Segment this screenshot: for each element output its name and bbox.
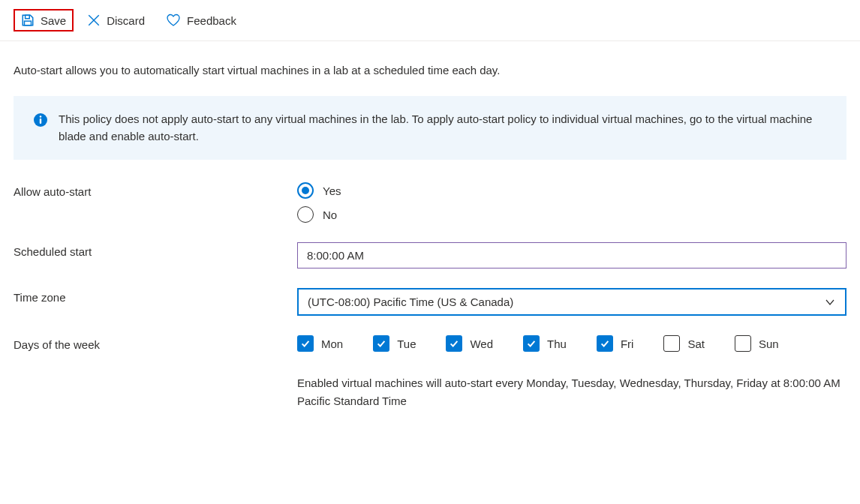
day-checkbox-sun[interactable]: Sun [735, 335, 779, 352]
day-checkbox-sat[interactable]: Sat [663, 335, 705, 352]
checkbox-unchecked-icon [735, 335, 751, 352]
info-icon [33, 112, 48, 128]
day-label: Fri [621, 338, 634, 350]
label-days-of-week: Days of the week [14, 335, 297, 351]
checkbox-unchecked-icon [663, 335, 680, 352]
day-checkbox-fri[interactable]: Fri [597, 335, 634, 352]
svg-point-5 [40, 116, 42, 118]
row-time-zone: Time zone (UTC-08:00) Pacific Time (US &… [14, 288, 846, 316]
label-time-zone: Time zone [14, 288, 297, 304]
svg-rect-6 [40, 118, 41, 124]
day-checkbox-thu[interactable]: Thu [523, 335, 567, 352]
save-button[interactable]: Save [14, 9, 74, 32]
checkbox-checked-icon [597, 335, 613, 352]
info-banner-text: This policy does not apply auto-start to… [59, 111, 827, 145]
day-label: Thu [547, 338, 567, 350]
save-icon [21, 14, 35, 27]
checkbox-checked-icon [297, 335, 314, 352]
radio-yes-label: Yes [323, 184, 341, 197]
allow-auto-start-radio-group: Yes No [297, 182, 846, 223]
feedback-button[interactable]: Feedback [158, 9, 244, 32]
day-checkbox-mon[interactable]: Mon [297, 335, 343, 352]
time-zone-value: (UTC-08:00) Pacific Time (US & Canada) [308, 296, 513, 308]
auto-start-summary: Enabled virtual machines will auto-start… [0, 374, 860, 410]
svg-rect-0 [25, 21, 32, 26]
toolbar: Save Discard Feedback [0, 0, 860, 41]
discard-button[interactable]: Discard [80, 9, 152, 32]
checkbox-checked-icon [523, 335, 540, 352]
chevron-down-icon [824, 296, 836, 308]
day-label: Mon [321, 338, 343, 350]
discard-button-label: Discard [107, 14, 145, 27]
checkbox-checked-icon [373, 335, 389, 352]
day-label: Tue [397, 338, 416, 350]
day-checkbox-tue[interactable]: Tue [373, 335, 416, 352]
feedback-button-label: Feedback [187, 14, 236, 27]
radio-no-label: No [323, 208, 337, 221]
row-scheduled-start: Scheduled start [14, 242, 846, 268]
info-banner: This policy does not apply auto-start to… [14, 96, 846, 160]
intro-text: Auto-start allows you to automatically s… [0, 41, 860, 90]
days-row: MonTueWedThuFriSatSun [297, 335, 846, 352]
svg-rect-1 [26, 15, 30, 19]
close-icon [87, 14, 101, 27]
radio-circle-icon [297, 182, 314, 199]
radio-no[interactable]: No [297, 206, 846, 223]
save-button-label: Save [41, 14, 66, 27]
day-label: Wed [470, 338, 493, 350]
label-scheduled-start: Scheduled start [14, 242, 297, 258]
checkbox-checked-icon [446, 335, 462, 352]
day-label: Sat [687, 338, 705, 350]
form-area: Allow auto-start Yes No Scheduled start … [0, 182, 860, 352]
label-allow-auto-start: Allow auto-start [14, 182, 297, 198]
radio-circle-icon [297, 206, 314, 223]
heart-icon [166, 14, 181, 27]
scheduled-start-input[interactable] [297, 242, 846, 268]
day-label: Sun [759, 338, 779, 350]
time-zone-select[interactable]: (UTC-08:00) Pacific Time (US & Canada) [297, 288, 846, 316]
row-allow-auto-start: Allow auto-start Yes No [14, 182, 846, 223]
row-days-of-week: Days of the week MonTueWedThuFriSatSun [14, 335, 846, 352]
day-checkbox-wed[interactable]: Wed [446, 335, 493, 352]
radio-yes[interactable]: Yes [297, 182, 846, 199]
